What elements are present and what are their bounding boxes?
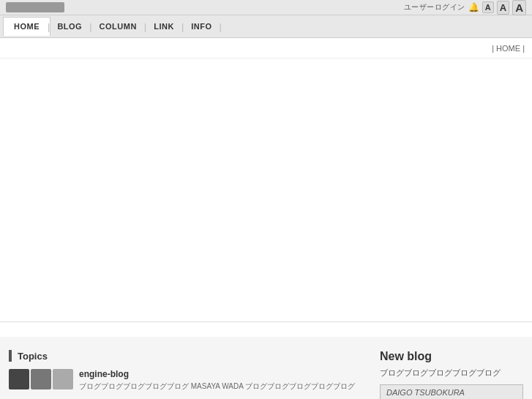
font-large-button[interactable]: A — [512, 0, 526, 15]
blog-info: engine-blog ブログブログブログブログブログ MASAYA WADA … — [79, 369, 355, 392]
nav-item-home[interactable]: HOME — [3, 17, 50, 36]
breadcrumb-text: | HOME | — [492, 44, 525, 53]
new-blog-input[interactable] — [380, 384, 523, 399]
nav-sep-5: | — [220, 21, 222, 32]
breadcrumb: | HOME | — [0, 38, 532, 59]
banner-area — [0, 59, 532, 322]
nav-bar: HOME | BLOG | COLUMN | LINK | INFO | — [0, 15, 532, 38]
bell-icon[interactable]: 🔔 — [468, 2, 479, 12]
avatar-2 — [31, 369, 51, 389]
nav-item-info[interactable]: INFO — [181, 18, 222, 35]
top-bar: ユーザーログイン 🔔 A A A — [0, 0, 532, 15]
font-medium-button[interactable]: A — [497, 1, 509, 15]
topics-section: Topics engine-blog ブログブログブログブログブログ MASAY… — [0, 344, 371, 399]
avatar-1 — [9, 369, 29, 389]
bottom-section: Topics engine-blog ブログブログブログブログブログ MASAY… — [0, 337, 532, 399]
nav-item-column[interactable]: COLUMN — [89, 18, 147, 35]
nav-item-blog[interactable]: BLOG — [47, 18, 92, 35]
font-small-button[interactable]: A — [482, 1, 494, 13]
blog-title[interactable]: engine-blog — [79, 369, 355, 379]
blog-subtitle: ブログブログブログブログブログ MASAYA WADA ブログブログブログブログ… — [79, 381, 355, 392]
top-bar-actions: ユーザーログイン 🔔 A A A — [404, 0, 526, 15]
nav-item-link[interactable]: LINK — [143, 18, 184, 35]
topics-title: Topics — [18, 351, 48, 362]
topics-header: Topics — [9, 350, 362, 362]
main-area — [0, 59, 532, 337]
login-text: ユーザーログイン — [404, 2, 465, 12]
blog-avatars — [9, 369, 73, 389]
top-bar-logo — [6, 2, 64, 12]
new-blog-header: New blog — [380, 350, 523, 363]
new-blog-section: New blog ブログブログブログブログブログ — [371, 344, 532, 399]
topics-header-bar — [9, 350, 12, 362]
avatar-3 — [53, 369, 73, 389]
new-blog-description: ブログブログブログブログブログ — [380, 368, 523, 379]
blog-entry: engine-blog ブログブログブログブログブログ MASAYA WADA … — [9, 369, 362, 392]
